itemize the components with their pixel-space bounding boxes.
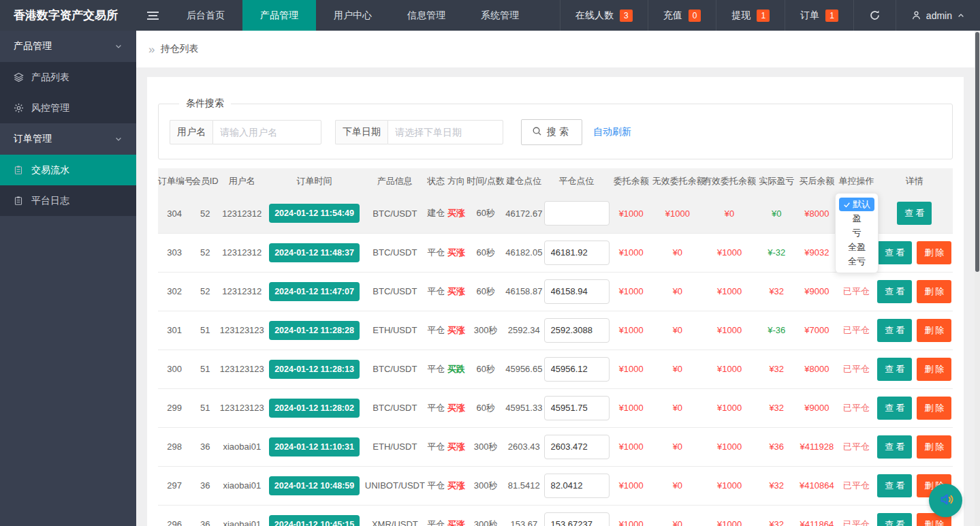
column-header: 产品信息 [364, 168, 426, 194]
menu-toggle-button[interactable] [136, 0, 169, 31]
table-row: 298 36 xiaobai01 2024-01-12 11:10:31 ETH… [158, 427, 953, 466]
sidebar-group-header[interactable]: 订单管理 [0, 123, 136, 155]
dropdown-option[interactable]: 默认 [839, 198, 874, 211]
nav-item[interactable]: 产品管理 [242, 0, 316, 31]
view-button[interactable]: 查看 [877, 319, 912, 342]
close-point-input[interactable] [544, 201, 610, 226]
view-button[interactable]: 查看 [877, 474, 912, 497]
breadcrumb-chevrons-icon: » [148, 44, 155, 55]
actual-pnl: ¥36 [756, 427, 797, 466]
valid-entrust-balance: ¥1000 [703, 388, 756, 427]
dropdown-option[interactable]: 亏 [839, 226, 874, 240]
order-time-button[interactable]: 2024-01-12 11:28:13 [269, 360, 360, 379]
close-point-input[interactable] [544, 512, 610, 526]
close-point-input[interactable] [544, 357, 610, 382]
table-body: 304 52 12312312 2024-01-12 11:54:49 BTC/… [158, 194, 953, 526]
status-item[interactable]: 提现 1 [716, 0, 785, 31]
scrollbar-thumb[interactable] [975, 32, 979, 272]
invalid-entrust-balance: ¥0 [652, 466, 703, 505]
order-no: 303 [158, 233, 191, 272]
order-time-button[interactable]: 2024-01-12 11:28:28 [269, 321, 360, 340]
sidebar-group-header[interactable]: 产品管理 [0, 31, 136, 62]
order-date-input[interactable] [388, 120, 503, 144]
scrollbar-track [975, 31, 980, 526]
open-point: 46172.67 [505, 194, 543, 233]
dropdown-option[interactable]: 盈 [839, 212, 874, 226]
sidebar-item[interactable]: 平台日志 [0, 185, 136, 216]
username-input[interactable] [212, 120, 321, 144]
admin-username: admin [926, 10, 952, 21]
username: 12312312 [219, 233, 264, 272]
view-button[interactable]: 查看 [877, 513, 912, 526]
delete-button[interactable]: 删除 [917, 280, 951, 303]
table-row: 297 36 xiaobai01 2024-01-12 10:48:59 UNI… [158, 466, 953, 505]
delete-button[interactable]: 删除 [917, 241, 951, 264]
sidebar: 产品管理 产品列表 风控管理 订单管理 交易流水 平台日志 [0, 31, 136, 526]
admin-menu[interactable]: admin [896, 0, 980, 31]
order-time-button[interactable]: 2024-01-12 11:54:49 [269, 204, 360, 223]
view-button[interactable]: 查看 [877, 280, 912, 303]
sidebar-item[interactable]: 产品列表 [0, 62, 136, 93]
order-time-button[interactable]: 2024-01-12 11:48:37 [269, 243, 360, 262]
search-panel-title: 条件搜索 [179, 97, 231, 110]
close-point-input[interactable] [544, 474, 610, 498]
username: 123123123 [219, 388, 264, 427]
status-item[interactable]: 在线人数 3 [560, 0, 648, 31]
product-info: XMR/USDT [364, 505, 426, 526]
delete-button[interactable]: 删除 [917, 435, 951, 459]
view-button[interactable]: 查看 [877, 241, 912, 264]
dropdown-option[interactable]: 全盈 [839, 241, 874, 254]
refresh-button[interactable] [853, 0, 896, 31]
member-id: 52 [191, 272, 219, 311]
order-time-button[interactable]: 2024-01-12 10:48:59 [269, 476, 360, 495]
order-time-button[interactable]: 2024-01-12 11:47:07 [269, 282, 360, 301]
close-point-input[interactable] [544, 396, 610, 420]
auto-refresh-link[interactable]: 自动刷新 [593, 126, 631, 138]
status-item[interactable]: 订单 1 [785, 0, 853, 31]
delete-button[interactable]: 删除 [917, 397, 951, 420]
delete-button[interactable]: 删除 [917, 358, 951, 381]
order-time-button[interactable]: 2024-01-12 10:45:15 [269, 515, 360, 526]
nav-item[interactable]: 系统管理 [463, 0, 537, 31]
detail-actions: 查看 [876, 194, 953, 233]
status-direction: 平仓 买涨 [426, 427, 467, 466]
order-time-button[interactable]: 2024-01-12 11:10:31 [269, 437, 360, 457]
view-button[interactable]: 查看 [877, 358, 912, 381]
detail-actions: 查看删除 [876, 388, 953, 427]
member-id: 36 [191, 466, 219, 505]
control-status: 已平仓 [836, 350, 876, 388]
order-time-button[interactable]: 2024-01-12 11:28:02 [269, 399, 360, 418]
order-no: 300 [158, 350, 191, 388]
actual-pnl: ¥32 [756, 388, 797, 427]
view-button[interactable]: 查看 [877, 435, 912, 459]
nav-item[interactable]: 后台首页 [169, 0, 242, 31]
sidebar-item[interactable]: 交易流水 [0, 155, 136, 185]
delete-button[interactable]: 删除 [917, 319, 951, 342]
close-point-input[interactable] [544, 279, 610, 304]
search-button[interactable]: 搜索 [521, 119, 582, 145]
close-point-input[interactable] [544, 318, 610, 343]
status-direction: 平仓 买涨 [426, 272, 467, 311]
valid-entrust-balance: ¥1000 [703, 505, 756, 526]
close-point-input[interactable] [544, 241, 610, 265]
status-item[interactable]: 充值 0 [648, 0, 716, 31]
entrust-balance: ¥1000 [610, 388, 652, 427]
view-button[interactable]: 查看 [897, 202, 932, 225]
control-status: 已平仓 [836, 427, 876, 466]
member-id: 51 [191, 388, 219, 427]
column-header: 会员ID [191, 168, 219, 194]
open-point: 2603.43 [505, 427, 543, 466]
nav-item[interactable]: 用户中心 [316, 0, 390, 31]
dropdown-option[interactable]: 全亏 [839, 255, 874, 268]
count-badge: 0 [689, 10, 701, 22]
view-button[interactable]: 查看 [877, 397, 912, 420]
search-button-label: 搜索 [547, 126, 571, 138]
nav-item[interactable]: 信息管理 [390, 0, 463, 31]
sound-fab-button[interactable] [929, 484, 962, 517]
username: xiaobai01 [219, 427, 264, 466]
close-point-input[interactable] [544, 435, 610, 459]
sidebar-item-label: 风控管理 [31, 102, 69, 114]
status-item-label: 订单 [800, 10, 819, 22]
sidebar-item[interactable]: 风控管理 [0, 93, 136, 123]
valid-entrust-balance: ¥0 [703, 194, 756, 233]
